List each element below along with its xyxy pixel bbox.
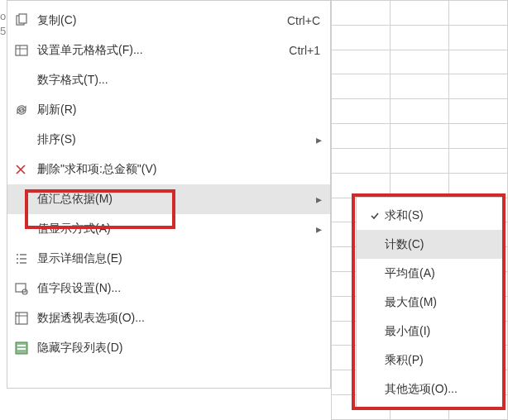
svg-rect-13: [16, 284, 26, 292]
submenu-label: 求和(S): [385, 208, 424, 223]
menu-label: 显示详细信息(E): [37, 251, 330, 266]
submenu-product[interactable]: 乘积(P): [357, 346, 502, 375]
menu-label: 值汇总依据(M): [37, 192, 316, 207]
field-settings-icon: [14, 281, 37, 296]
menu-label: 数据透视表选项(O)...: [37, 311, 330, 326]
submenu-label: 乘积(P): [385, 353, 424, 368]
submenu-average[interactable]: 平均值(A): [357, 259, 502, 288]
delete-icon: [14, 163, 37, 176]
menu-label: 值显示方式(A): [37, 222, 316, 236]
context-menu: 复制(C) Ctrl+C 设置单元格格式(F)... Ctrl+1 数字格式(T…: [7, 0, 331, 389]
copy-icon: [14, 13, 37, 28]
menu-hide-field-list[interactable]: 隐藏字段列表(D): [7, 333, 330, 363]
submenu-min[interactable]: 最小值(I): [357, 317, 502, 346]
menu-show-values-as[interactable]: 值显示方式(A) ▸: [7, 214, 330, 244]
menu-shortcut: Ctrl+C: [287, 14, 330, 27]
menu-pivot-table-options[interactable]: 数据透视表选项(O)...: [7, 303, 330, 333]
submenu-sum[interactable]: 求和(S): [357, 201, 502, 230]
menu-remove-field[interactable]: 删除"求和项:总金额"(V): [7, 155, 330, 184]
format-cells-icon: [14, 43, 37, 58]
svg-rect-19: [17, 345, 26, 346]
cropped-row-label-bottom: 5: [0, 25, 6, 37]
submenu-label: 其他选项(O)...: [385, 382, 458, 397]
svg-rect-15: [16, 313, 27, 324]
submenu-label: 计数(C): [385, 237, 424, 252]
menu-label: 删除"求和项:总金额"(V): [37, 162, 330, 177]
submenu-count[interactable]: 计数(C): [357, 230, 502, 259]
menu-refresh[interactable]: 刷新(R): [7, 95, 330, 125]
menu-format-cells[interactable]: 设置单元格格式(F)... Ctrl+1: [7, 36, 330, 65]
svg-rect-2: [16, 45, 27, 55]
menu-label: 复制(C): [37, 13, 287, 28]
menu-copy[interactable]: 复制(C) Ctrl+C: [7, 6, 330, 36]
chevron-right-icon: ▸: [316, 193, 330, 206]
menu-sort[interactable]: 排序(S) ▸: [7, 125, 330, 155]
menu-label: 数字格式(T)...: [37, 73, 330, 88]
menu-shortcut: Ctrl+1: [289, 44, 330, 57]
menu-label: 值字段设置(N)...: [37, 281, 330, 296]
pivot-options-icon: [14, 311, 37, 326]
menu-label: 排序(S): [37, 132, 316, 147]
menu-value-field-settings[interactable]: 值字段设置(N)...: [7, 274, 330, 303]
menu-show-details[interactable]: 显示详细信息(E): [7, 244, 330, 274]
field-list-icon: [14, 341, 37, 356]
refresh-icon: [14, 103, 37, 117]
summarize-submenu: 求和(S) 计数(C) 平均值(A) 最大值(M) 最小值(I) 乘积(P) 其…: [356, 197, 503, 408]
menu-label: 隐藏字段列表(D): [37, 341, 330, 356]
chevron-right-icon: ▸: [316, 222, 330, 236]
submenu-more-options[interactable]: 其他选项(O)...: [357, 375, 502, 403]
submenu-label: 最小值(I): [385, 324, 430, 339]
submenu-label: 最大值(M): [385, 295, 437, 310]
svg-rect-1: [19, 14, 26, 23]
menu-label: 设置单元格格式(F)...: [37, 43, 289, 58]
submenu-label: 平均值(A): [385, 266, 435, 281]
chevron-right-icon: ▸: [316, 133, 330, 146]
menu-summarize-values-by[interactable]: 值汇总依据(M) ▸: [7, 184, 330, 214]
submenu-max[interactable]: 最大值(M): [357, 288, 502, 317]
cropped-row-label-top: o: [0, 10, 6, 22]
check-icon: [370, 211, 385, 221]
menu-label: 刷新(R): [37, 103, 330, 117]
details-icon: [14, 251, 37, 266]
menu-number-format[interactable]: 数字格式(T)...: [7, 65, 330, 95]
svg-rect-20: [17, 348, 26, 350]
